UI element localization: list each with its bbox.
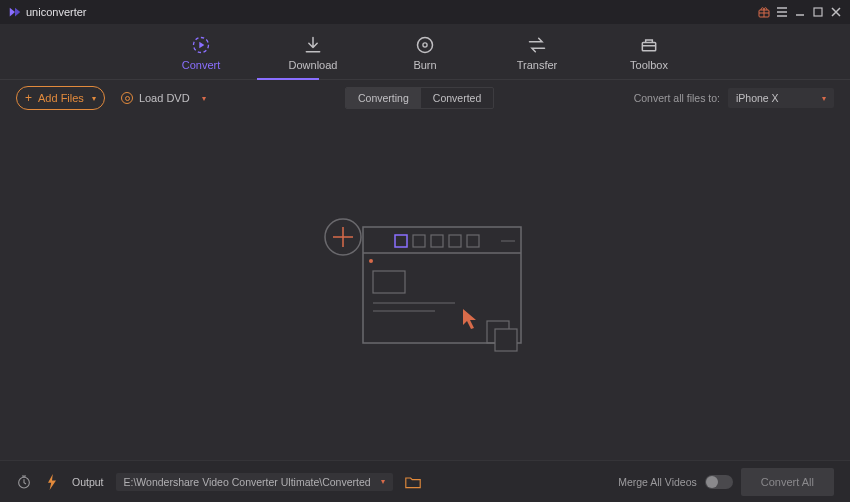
burn-icon [415,35,435,55]
schedule-icon[interactable] [16,474,32,490]
toolbox-icon [639,35,659,55]
svg-rect-20 [495,329,517,351]
empty-stage[interactable] [0,116,850,460]
svg-rect-10 [395,235,407,247]
menu-icon[interactable] [776,6,788,18]
svg-rect-13 [449,235,461,247]
svg-rect-11 [413,235,425,247]
convert-icon [191,35,211,55]
tab-transfer[interactable]: Transfer [507,35,567,79]
convert-all-to: Convert all files to: iPhone X ▾ [634,88,834,108]
close-icon[interactable] [830,6,842,18]
merge-label: Merge All Videos [618,476,697,488]
add-files-button[interactable]: + Add Files ▾ [16,86,105,110]
plus-icon: + [25,92,32,104]
chevron-down-icon: ▾ [92,94,96,103]
gpu-accel-icon[interactable] [44,474,60,490]
chevron-down-icon: ▾ [202,94,206,103]
svg-rect-16 [373,271,405,293]
status-segment: Converting Converted [345,87,494,109]
minimize-icon[interactable] [794,6,806,18]
transfer-icon [527,35,547,55]
svg-rect-7 [363,227,521,343]
tab-burn[interactable]: Burn [395,35,455,79]
svg-rect-12 [431,235,443,247]
dropzone-illustration [315,213,535,363]
convert-all-button[interactable]: Convert All [741,468,834,496]
tab-download[interactable]: Download [283,35,343,79]
svg-point-3 [418,38,433,53]
output-label: Output [72,476,104,488]
toolbar: + Add Files ▾ Load DVD ▾ Converting Conv… [0,80,850,116]
svg-rect-5 [642,43,655,51]
disc-icon [121,92,133,104]
download-icon [303,35,323,55]
load-dvd-button[interactable]: Load DVD ▾ [121,92,206,104]
main-tabs: Convert Download Burn Transfer Toolbox [0,24,850,80]
svg-point-9 [369,259,373,263]
maximize-icon[interactable] [812,6,824,18]
titlebar: uniconverter [0,0,850,24]
device-select[interactable]: iPhone X ▾ [728,88,834,108]
logo-icon [8,5,22,19]
segment-converting[interactable]: Converting [346,88,421,108]
segment-converted[interactable]: Converted [421,88,493,108]
svg-rect-1 [814,8,822,16]
merge-toggle[interactable] [705,475,733,489]
chevron-down-icon: ▾ [381,477,385,486]
app-brand: uniconverter [26,6,87,18]
tab-underline [257,78,319,80]
bottom-bar: Output E:\Wondershare Video Converter Ul… [0,460,850,502]
chevron-down-icon: ▾ [822,94,826,103]
tab-convert[interactable]: Convert [171,35,231,79]
svg-point-4 [423,43,427,47]
app-logo: uniconverter [8,5,87,19]
tab-toolbox[interactable]: Toolbox [619,35,679,79]
svg-rect-14 [467,235,479,247]
open-folder-icon[interactable] [405,475,421,489]
gift-icon[interactable] [758,6,770,18]
output-path: E:\Wondershare Video Converter Ultimate\… [124,476,371,488]
output-path-box[interactable]: E:\Wondershare Video Converter Ultimate\… [116,473,393,491]
